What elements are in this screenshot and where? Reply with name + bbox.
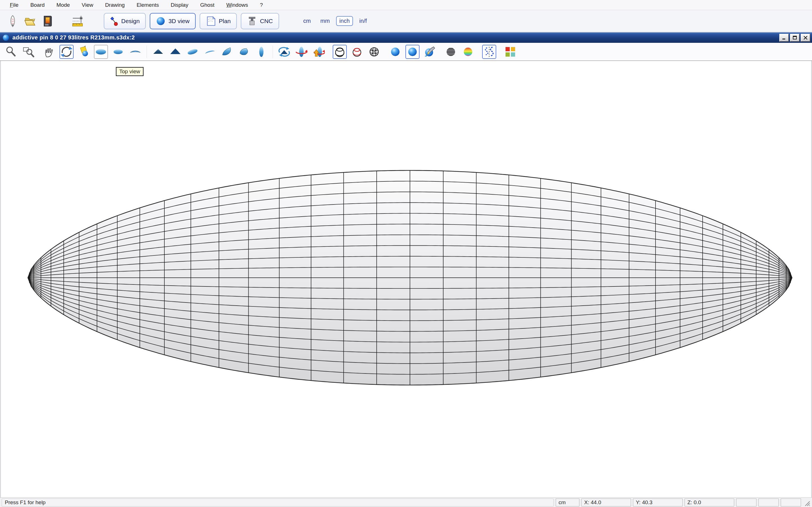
3d-view-mode-button[interactable]: 3D view	[150, 13, 196, 29]
design-mode-icon	[110, 16, 118, 26]
rotate-view-button[interactable]	[277, 45, 291, 59]
save-button[interactable]	[40, 13, 55, 29]
mesh-button[interactable]	[367, 45, 381, 59]
flip-board-icon	[312, 46, 325, 58]
mesh-icon	[368, 46, 380, 58]
minimize-button[interactable]	[779, 34, 789, 42]
zoom-window-button[interactable]	[21, 45, 35, 59]
shaded-button[interactable]	[388, 45, 402, 59]
new-board-button[interactable]	[5, 13, 20, 29]
paint-button[interactable]	[423, 45, 437, 59]
perspective-bottom-button[interactable]	[203, 45, 217, 59]
view-toolbar	[0, 43, 812, 61]
deck-view-button[interactable]	[111, 45, 125, 59]
top-view-button[interactable]	[94, 45, 108, 59]
maximize-button[interactable]	[790, 34, 800, 42]
menu-board[interactable]: Board	[24, 2, 51, 8]
side-view-button[interactable]	[254, 45, 268, 59]
menu-drawing[interactable]: Drawing	[99, 2, 131, 8]
light-icon	[78, 46, 90, 58]
design-mode-label: Design	[121, 18, 140, 24]
unit-inf[interactable]: in/f	[356, 16, 370, 26]
design-mode-button[interactable]: Design	[104, 13, 146, 29]
symmetry-button[interactable]	[482, 45, 496, 59]
open-button[interactable]	[22, 13, 38, 29]
3d-view-mode-icon	[156, 16, 165, 26]
status-empty-panel	[736, 499, 756, 506]
menu-file[interactable]: File	[4, 2, 24, 8]
color-palette-button[interactable]	[503, 45, 517, 59]
rotate-3d-button[interactable]	[59, 45, 73, 59]
perspective-top-button[interactable]	[186, 45, 200, 59]
plan-mode-icon	[206, 16, 216, 26]
status-y-coordinate: Y: 40.3	[633, 499, 682, 506]
status-z-coordinate: Z: 0.0	[684, 499, 734, 506]
unit-cm[interactable]: cm	[300, 16, 314, 26]
bottom-view-button[interactable]	[128, 45, 142, 59]
close-button[interactable]	[801, 34, 810, 42]
board-3d-top-view[interactable]	[1, 61, 811, 497]
wireframe-red-icon	[351, 46, 363, 58]
wireframe-icon	[334, 46, 346, 58]
light-button[interactable]	[77, 45, 91, 59]
viewport-canvas[interactable]: Top view	[0, 61, 812, 497]
front-view-icon	[152, 46, 164, 58]
status-empty-panel	[781, 499, 801, 506]
wireframe-button[interactable]	[333, 45, 347, 59]
perspective-top-icon	[186, 46, 199, 58]
main-toolbar: Design 3D view Plan	[0, 10, 812, 32]
cnc-mode-button[interactable]: CNC	[241, 13, 279, 29]
menu-display[interactable]: Display	[165, 2, 194, 8]
plan-mode-button[interactable]: Plan	[200, 13, 237, 29]
new-board-icon	[6, 15, 19, 27]
side-view-icon	[255, 46, 267, 58]
minimize-icon	[782, 36, 786, 40]
dimensions-button[interactable]	[70, 13, 86, 29]
window-controls	[779, 34, 810, 42]
curvature-map-icon	[462, 46, 474, 58]
status-x-coordinate: X: 44.0	[581, 499, 631, 506]
save-icon	[41, 15, 54, 27]
unit-mm[interactable]: mm	[317, 16, 333, 26]
front-view-button[interactable]	[151, 45, 165, 59]
3d-view-mode-label: 3D view	[168, 18, 190, 24]
menu-ghost[interactable]: Ghost	[194, 2, 220, 8]
pan-hand-icon	[43, 46, 56, 58]
app-sphere-icon	[2, 34, 10, 41]
shaded-smooth-icon	[406, 46, 419, 58]
deck-view-icon	[112, 46, 124, 58]
resize-grip-icon	[804, 500, 810, 506]
status-help-text: Press F1 for help	[2, 499, 554, 506]
flip-board-button[interactable]	[312, 45, 326, 59]
close-icon	[803, 36, 808, 40]
back-view-button[interactable]	[168, 45, 183, 59]
spin-y-icon	[295, 46, 308, 58]
shaded-smooth-button[interactable]	[405, 45, 419, 59]
menu-mode[interactable]: Mode	[50, 2, 76, 8]
zoom-button[interactable]	[4, 45, 18, 59]
menu-bar: File Board Mode View Drawing Elements Di…	[0, 0, 812, 10]
cnc-mode-icon	[247, 16, 257, 26]
perspective-front-icon	[221, 46, 233, 58]
cnc-mode-label: CNC	[260, 18, 273, 24]
pan-button[interactable]	[42, 45, 56, 59]
open-folder-icon	[24, 15, 37, 27]
menu-elements[interactable]: Elements	[131, 2, 165, 8]
zebra-shading-button[interactable]	[444, 45, 458, 59]
resize-grip[interactable]	[803, 499, 810, 506]
perspective-back-button[interactable]	[237, 45, 251, 59]
curvature-map-button[interactable]	[461, 45, 475, 59]
zoom-window-icon	[22, 46, 35, 58]
perspective-front-button[interactable]	[220, 45, 234, 59]
wireframe-red-button[interactable]	[350, 45, 364, 59]
top-view-icon	[95, 46, 107, 58]
menu-help[interactable]: ?	[254, 2, 269, 8]
paint-icon	[423, 46, 436, 58]
unit-inch[interactable]: inch	[336, 16, 353, 26]
zebra-shading-icon	[445, 46, 457, 58]
maximize-icon	[793, 36, 797, 40]
plan-mode-label: Plan	[219, 18, 231, 24]
spin-y-button[interactable]	[294, 45, 308, 59]
menu-windows[interactable]: Windows	[220, 2, 254, 8]
menu-view[interactable]: View	[76, 2, 99, 8]
